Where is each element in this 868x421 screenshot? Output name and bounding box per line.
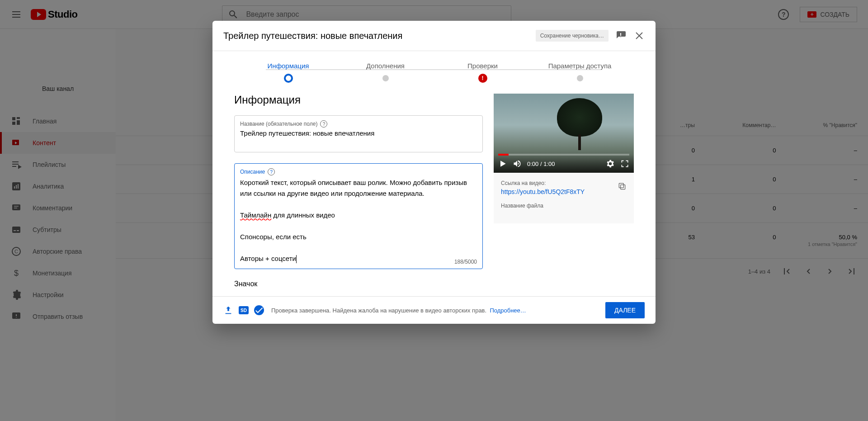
thumbnail-section-title: Значок	[234, 280, 483, 288]
preview-info: Ссылка на видео: https://youtu.be/fU5Q2t…	[494, 173, 634, 223]
title-input[interactable]: Трейлер путешествия: новые впечатления	[240, 129, 477, 147]
help-icon[interactable]: ?	[320, 120, 327, 128]
modal-body: Информация Название (обязательное поле) …	[212, 83, 656, 296]
sd-badge-icon: SD	[239, 306, 249, 314]
video-link-label: Ссылка на видео:	[501, 180, 627, 186]
modal-header: Трейлер путешествия: новые впечатления С…	[212, 21, 656, 51]
step-label: Информация	[240, 62, 337, 70]
title-field[interactable]: Название (обязательное поле) ? Трейлер п…	[234, 115, 483, 152]
char-counter: 188/5000	[454, 259, 477, 265]
video-link[interactable]: https://youtu.be/fU5Q2tF8xTY	[501, 188, 627, 195]
video-time: 0:00 / 1:00	[527, 161, 555, 167]
step-visibility[interactable]: Параметры доступа	[531, 62, 628, 83]
fullscreen-icon[interactable]	[620, 159, 629, 168]
status-text: Проверка завершена. Найдена жалоба на на…	[271, 307, 600, 314]
section-title: Информация	[234, 94, 483, 106]
copy-icon[interactable]	[618, 182, 627, 191]
next-button[interactable]: ДАЛЕЕ	[605, 302, 645, 318]
svg-rect-18	[619, 183, 623, 188]
video-preview[interactable]: 0:00 / 1:00	[494, 94, 634, 173]
volume-icon[interactable]	[513, 159, 522, 168]
stepper: Информация Дополнения Проверки Параметры…	[212, 51, 656, 83]
check-complete-icon	[254, 305, 264, 315]
description-field-label: Описание ?	[240, 168, 477, 175]
step-checks[interactable]: Проверки	[434, 62, 531, 83]
close-icon[interactable]	[634, 30, 645, 41]
description-field[interactable]: Описание ? Короткий текст, который описы…	[234, 163, 483, 269]
play-icon[interactable]	[498, 159, 507, 168]
feedback-icon[interactable]	[616, 30, 627, 41]
title-field-label: Название (обязательное поле) ?	[240, 120, 477, 128]
step-circle-icon	[284, 74, 293, 83]
step-label: Проверки	[434, 62, 531, 70]
upload-modal: Трейлер путешествия: новые впечатления С…	[212, 21, 656, 324]
step-info[interactable]: Информация	[240, 62, 337, 83]
modal-title: Трейлер путешествия: новые впечатления	[223, 31, 536, 41]
video-controls: 0:00 / 1:00	[494, 155, 634, 173]
modal-footer: SD Проверка завершена. Найдена жалоба на…	[212, 296, 656, 324]
step-label: Параметры доступа	[531, 62, 628, 70]
step-label: Дополнения	[337, 62, 434, 70]
step-error-icon	[478, 74, 487, 83]
help-icon[interactable]: ?	[268, 168, 275, 175]
upload-complete-icon	[223, 305, 233, 315]
draft-status-badge: Сохранение черновика…	[536, 30, 609, 42]
preview-panel: 0:00 / 1:00 Ссылка на видео: https://you…	[494, 94, 634, 285]
details-link[interactable]: Подробнее…	[490, 307, 526, 314]
step-elements[interactable]: Дополнения	[337, 62, 434, 83]
svg-rect-17	[621, 185, 625, 189]
filename-label: Название файла	[501, 203, 627, 209]
step-circle-icon	[577, 75, 583, 81]
settings-icon[interactable]	[606, 159, 615, 168]
description-input[interactable]: Короткий текст, который описывает ваш ро…	[240, 177, 477, 264]
step-circle-icon	[382, 75, 389, 81]
